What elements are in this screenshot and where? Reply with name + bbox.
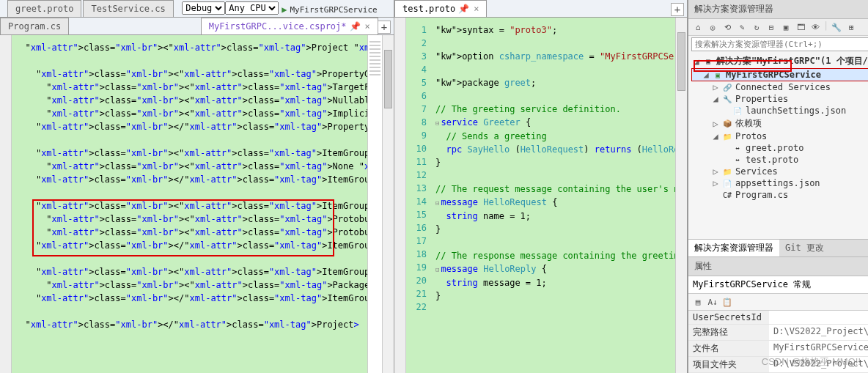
- tab-label: TestService.cs: [91, 4, 165, 14]
- platform-dropdown[interactable]: Any CPU: [225, 1, 279, 15]
- back-icon[interactable]: ◎: [706, 21, 719, 34]
- config-dropdown[interactable]: Debug: [182, 1, 225, 15]
- tree-label: Services: [735, 166, 778, 177]
- proto-editor: test.proto📌× ▾ 1234567891011121314151617…: [394, 0, 688, 373]
- collapse-icon[interactable]: ⊟: [765, 21, 778, 34]
- right-tab-strip: test.proto📌× ▾: [394, 0, 687, 18]
- tree-icon: C#: [722, 190, 732, 200]
- categorize-icon[interactable]: ▤: [691, 295, 705, 309]
- prop-value[interactable]: MyFirstGRPCService.cspr: [769, 341, 868, 357]
- home-icon[interactable]: ⌂: [691, 21, 705, 34]
- view-icon[interactable]: ⊞: [845, 21, 858, 34]
- brush-icon[interactable]: ✎: [735, 21, 749, 34]
- solution-label: 解决方案"MyFirstGRPC"(1 个项目/共 1 个): [716, 55, 868, 67]
- show-all-icon[interactable]: ▣: [779, 21, 792, 34]
- line-numbers: 12345678910111213141516171819202122: [406, 18, 433, 373]
- explorer-subtabs: 解决方案资源管理器 Git 更改: [688, 239, 868, 257]
- tree-item[interactable]: ▷📁Services: [691, 166, 868, 177]
- tree-item[interactable]: ◢📁Protos: [691, 130, 868, 142]
- close-icon[interactable]: ×: [474, 4, 479, 14]
- tree-item[interactable]: C#Program.cs: [691, 189, 868, 201]
- tree-label: Connected Services: [735, 82, 831, 92]
- breakpoint-margin[interactable]: [0, 35, 12, 373]
- prop-key: 文件名: [688, 341, 769, 357]
- explorer-search: [691, 37, 868, 51]
- proto-code-area[interactable]: "kw">syntax = "proto3"; "kw">option csha…: [433, 18, 675, 373]
- close-icon[interactable]: ×: [365, 21, 370, 32]
- panel-title-bar: 解决方案资源管理器 ▾ ×: [688, 0, 868, 19]
- tree-item[interactable]: ▷🔗Connected Services: [691, 81, 868, 93]
- csharp-project-icon: ▣: [713, 70, 723, 80]
- subtab-git[interactable]: Git 更改: [779, 240, 830, 256]
- props-page-icon[interactable]: 📋: [721, 295, 734, 309]
- tab-test-proto[interactable]: test.proto📌×: [394, 0, 487, 17]
- split-button[interactable]: +: [671, 3, 684, 16]
- tree-icon: 📄: [722, 178, 732, 188]
- explorer-toolbar: ⌂ ◎ ⟲ ✎ ↻ ⊟ ▣ 🗔 👁 | 🔧 ⊞: [688, 19, 868, 36]
- tab-label: greet.proto: [15, 4, 73, 14]
- panel-title-text: 解决方案资源管理器: [694, 3, 773, 15]
- subtab-explorer[interactable]: 解决方案资源管理器: [688, 240, 779, 256]
- tree-icon: 📦: [722, 119, 732, 129]
- solution-explorer-panel: 解决方案资源管理器 ▾ × ⌂ ◎ ⟲ ✎ ↻ ⊟ ▣ 🗔 👁 | 🔧 ⊞ ◢▣…: [688, 0, 868, 373]
- left-tab-strip: greet.proto TestService.cs Debug Any CPU…: [0, 0, 394, 18]
- split-button[interactable]: +: [378, 21, 391, 34]
- tree-item[interactable]: ⬌test.proto: [691, 154, 868, 166]
- tab-label: MyFirstGRPC...vice.csproj*: [209, 21, 347, 32]
- tree-item[interactable]: ▷📦依赖项: [691, 117, 868, 130]
- tree-label: launchSettings.json: [746, 106, 846, 116]
- search-input[interactable]: [691, 37, 868, 51]
- tree-item[interactable]: ⬌greet.proto: [691, 142, 868, 154]
- tree-label: Protos: [735, 131, 767, 141]
- tree-label: test.proto: [746, 155, 798, 165]
- tab-testservice[interactable]: TestService.cs: [83, 0, 173, 17]
- props-title-text: 属性: [694, 260, 712, 273]
- props-toolbar: ▤ A↓ 📋: [688, 294, 868, 311]
- prop-key: UserSecretsId: [688, 311, 769, 325]
- startup-label: MyFirstGRPCService: [290, 5, 377, 15]
- tab-greet-proto[interactable]: greet.proto: [7, 0, 81, 17]
- project-label: MyFirstGRPCService: [726, 70, 821, 80]
- watermark: CSDN @格格巫 MMQ!!: [762, 355, 861, 369]
- prop-value[interactable]: D:\VS2022_Project\MyFi: [769, 325, 868, 341]
- properties-icon[interactable]: 🗔: [794, 21, 807, 34]
- csproj-editor: greet.proto TestService.cs Debug Any CPU…: [0, 0, 394, 373]
- props-title-bar: 属性 ▾ ×: [688, 257, 868, 276]
- tab-label: test.proto: [402, 4, 455, 14]
- tree-icon: 📁: [722, 166, 732, 177]
- tree-label: Properties: [735, 94, 788, 104]
- tree-icon: 🔗: [722, 82, 732, 92]
- prop-key: 完整路径: [688, 325, 769, 341]
- project-node[interactable]: ◢▣MyFirstGRPCService: [691, 68, 868, 81]
- wrench-icon[interactable]: 🔧: [830, 21, 843, 34]
- alpha-icon[interactable]: A↓: [706, 295, 719, 309]
- solution-root[interactable]: ◢▣解决方案"MyFirstGRPC"(1 个项目/共 1 个): [691, 54, 868, 68]
- tree-item[interactable]: ▷📄appsettings.json: [691, 177, 868, 189]
- pin-icon[interactable]: 📌: [458, 4, 469, 14]
- preview-icon[interactable]: 👁: [809, 21, 822, 34]
- tab-label: Program.cs: [8, 21, 61, 32]
- solution-tree[interactable]: ◢▣解决方案"MyFirstGRPC"(1 个项目/共 1 个) ◢▣MyFir…: [688, 53, 868, 239]
- play-icon[interactable]: ▶: [282, 4, 287, 15]
- refresh-icon[interactable]: ↻: [750, 21, 763, 34]
- tree-icon: ⬌: [732, 143, 743, 153]
- minimap[interactable]: [367, 35, 382, 373]
- vertical-scrollbar[interactable]: [382, 35, 394, 373]
- tab-program[interactable]: Program.cs: [0, 18, 69, 34]
- tree-label: greet.proto: [746, 143, 803, 153]
- breakpoint-margin[interactable]: [394, 18, 406, 373]
- solution-icon: ▣: [703, 56, 713, 67]
- tree-label: appsettings.json: [735, 178, 820, 188]
- tree-item[interactable]: ◢🔧Properties: [691, 93, 868, 105]
- tree-label: 依赖项: [735, 117, 762, 130]
- prop-value[interactable]: [769, 311, 868, 325]
- pin-icon[interactable]: 📌: [350, 21, 361, 32]
- vertical-scrollbar[interactable]: [675, 18, 687, 373]
- tree-icon: ⬌: [732, 155, 743, 165]
- props-object[interactable]: MyFirstGRPCService 常规: [688, 276, 868, 294]
- tree-item[interactable]: 📄launchSettings.json: [691, 105, 868, 117]
- tab-csproj-active[interactable]: MyFirstGRPC...vice.csproj*📌×: [201, 18, 378, 34]
- csproj-code-area[interactable]: "xml-attr">class="xml-br"><"xml-attr">cl…: [12, 35, 367, 373]
- sync-icon[interactable]: ⟲: [721, 21, 734, 34]
- tree-label: Program.cs: [735, 190, 788, 200]
